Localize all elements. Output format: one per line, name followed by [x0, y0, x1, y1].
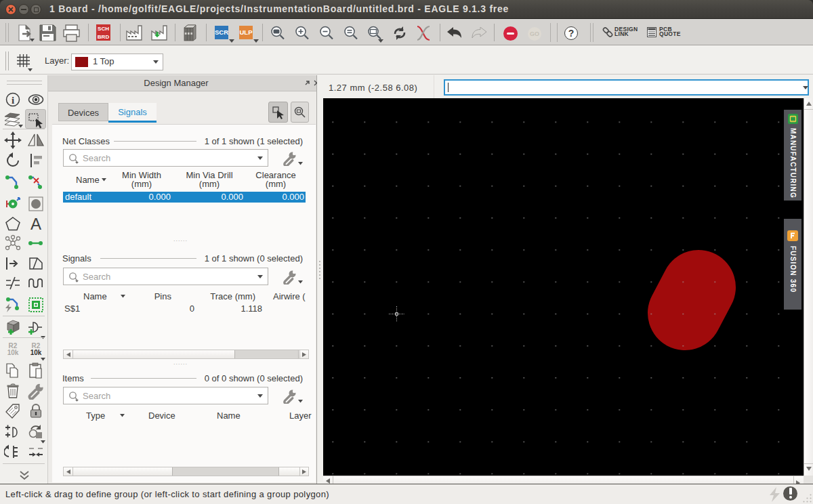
svg-text:i: i — [12, 95, 14, 106]
svg-text:A: A — [30, 215, 41, 233]
